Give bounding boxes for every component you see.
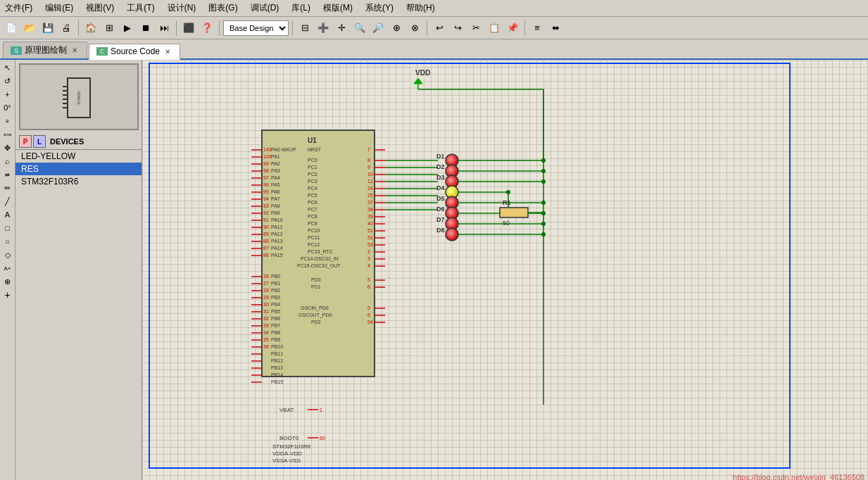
- zoom-in-button[interactable]: 🔍: [351, 20, 368, 37]
- copy-button[interactable]: 📋: [486, 20, 503, 37]
- print-button[interactable]: 🖨: [58, 20, 75, 37]
- pinname-pb4: PB4: [271, 302, 280, 307]
- rpin-6: 6: [367, 284, 370, 289]
- pinname-pa15: PA15: [271, 253, 283, 258]
- run-tool[interactable]: ↺: [1, 75, 14, 87]
- rpin-25: 25: [367, 193, 373, 198]
- pinname-pa13: PA13: [271, 239, 283, 244]
- pinname-pa5: PA5: [271, 182, 280, 187]
- cut-button[interactable]: ✂: [467, 20, 484, 37]
- menu-design[interactable]: 设计(N): [165, 1, 199, 15]
- redo-button[interactable]: ↪: [449, 20, 466, 37]
- menu-help[interactable]: 帮助(H): [404, 1, 437, 15]
- box-tool[interactable]: □: [1, 222, 14, 234]
- d5-label: D5: [436, 195, 445, 202]
- poly-tool[interactable]: ◇: [1, 248, 14, 261]
- d6-label: D6: [436, 206, 445, 213]
- main-toolbar: 📄 📂 💾 🖨 🏠 ⊞ ▶ ⏹ ⏭ ⬛ ❓ Base Design ⊟ ➕ ✛ …: [0, 17, 868, 39]
- pinname-pb14: PB14: [271, 372, 283, 377]
- stop-button[interactable]: ⏹: [137, 20, 154, 37]
- p-button[interactable]: P: [19, 135, 32, 148]
- l-button[interactable]: L: [33, 135, 46, 148]
- wire-tool[interactable]: ⇄: [1, 168, 14, 181]
- rpin-8: 8: [367, 158, 370, 163]
- label-tool[interactable]: A+: [1, 262, 14, 274]
- tab-schematic-close[interactable]: ✕: [70, 46, 80, 56]
- align-button[interactable]: ≡: [529, 20, 546, 37]
- tab-source-code[interactable]: C Source Code ✕: [89, 44, 180, 60]
- rpinname-pc6: PC6: [308, 200, 317, 205]
- save-button[interactable]: 💾: [39, 20, 56, 37]
- sep2: [176, 20, 177, 36]
- new-button[interactable]: 📄: [3, 20, 20, 37]
- menu-graph[interactable]: 图表(G): [206, 1, 239, 15]
- menu-tools[interactable]: 工具(T): [125, 1, 156, 15]
- tab-source-code-close[interactable]: ✕: [163, 46, 172, 56]
- hline-tool[interactable]: ≡: [1, 115, 14, 127]
- r1-label: R1: [503, 199, 511, 206]
- grid-button[interactable]: ⊞: [101, 20, 118, 37]
- tab-schematic[interactable]: S 原理图绘制 ✕: [3, 42, 87, 58]
- circle-tool[interactable]: ○: [1, 235, 14, 248]
- pin-86: 86: [263, 253, 269, 258]
- move-tool[interactable]: ✥: [1, 141, 14, 154]
- pin-98: 98: [263, 168, 269, 173]
- help-button[interactable]: ❓: [199, 20, 215, 37]
- distribute-button[interactable]: ⬌: [547, 20, 564, 37]
- junc-6: [541, 211, 546, 215]
- rpinname-pc1: PC1: [308, 165, 317, 170]
- plus-tool[interactable]: +: [1, 289, 14, 301]
- menu-debug[interactable]: 调试(D): [249, 1, 282, 15]
- design-select[interactable]: Base Design: [223, 20, 289, 36]
- zoom-out-button[interactable]: 🔎: [370, 20, 386, 37]
- port-tool[interactable]: ⊕: [1, 275, 14, 288]
- vline-tool[interactable]: ⟺: [1, 128, 14, 141]
- boot-pin-num: 60: [320, 436, 325, 441]
- select-tool[interactable]: ↖: [1, 61, 14, 74]
- paste-button[interactable]: 📌: [504, 20, 521, 37]
- device-list: LED-YELLOW RES STM32F103R6: [15, 150, 141, 480]
- device-led-yellow[interactable]: LED-YELLOW: [15, 150, 141, 163]
- pinname-pb2: PB2: [271, 288, 280, 293]
- pin-99: 99: [263, 161, 269, 166]
- rpin-6b: 6: [367, 312, 370, 317]
- pin-36: 36: [263, 344, 269, 349]
- pinname-pb15: PB15: [271, 379, 283, 384]
- line-tool[interactable]: ╱: [1, 195, 14, 208]
- step-button[interactable]: ⏭: [156, 20, 172, 37]
- rpinname-pd0: PD0: [311, 277, 321, 282]
- grid2-button[interactable]: ⊟: [296, 20, 313, 37]
- menu-view[interactable]: 视图(V): [84, 1, 116, 15]
- text-tool[interactable]: A: [1, 208, 14, 221]
- menu-edit[interactable]: 编辑(E): [43, 1, 75, 15]
- pin-35: 35: [263, 337, 269, 342]
- rpinname-pc0: PC0: [308, 158, 317, 163]
- device-stm32[interactable]: STM32F103R6: [15, 175, 141, 188]
- terminal-button[interactable]: ⬛: [180, 20, 197, 37]
- play-button[interactable]: ▶: [119, 20, 136, 37]
- zoom-tool[interactable]: ⌕: [1, 155, 14, 168]
- menu-template[interactable]: 模版(M): [321, 1, 355, 15]
- device-res[interactable]: RES: [15, 163, 141, 175]
- rotate-tool[interactable]: 0°: [1, 101, 14, 114]
- rpinname-pc3: PC3: [308, 179, 317, 184]
- rpinname-pc7: PC7: [308, 207, 317, 212]
- canvas-area[interactable]: VDD U1 142 100 99 98 97 96 95 94 93 92 9…: [142, 60, 868, 480]
- menu-system[interactable]: 系统(Y): [363, 1, 396, 15]
- rpinname-pc5: PC5: [308, 193, 317, 198]
- open-button[interactable]: 📂: [21, 20, 38, 37]
- plus-button[interactable]: ➕: [315, 20, 332, 37]
- fit-button[interactable]: ⊕: [388, 20, 405, 37]
- crosshair-button[interactable]: ✛: [333, 20, 350, 37]
- menu-file[interactable]: 文件(F): [3, 1, 34, 15]
- fit2-button[interactable]: ⊗: [406, 20, 423, 37]
- menu-lib[interactable]: 库(L): [289, 1, 313, 15]
- rpinname-pc9: PC9: [308, 221, 317, 226]
- pencil-tool[interactable]: ✏: [1, 182, 14, 194]
- rpin-4: 4: [367, 263, 370, 268]
- home-button[interactable]: 🏠: [82, 20, 99, 37]
- pin-91: 91: [263, 217, 269, 222]
- add-tool[interactable]: +: [1, 88, 14, 101]
- undo-button[interactable]: ↩: [431, 20, 448, 37]
- pinname-pa8: PA8: [271, 203, 280, 208]
